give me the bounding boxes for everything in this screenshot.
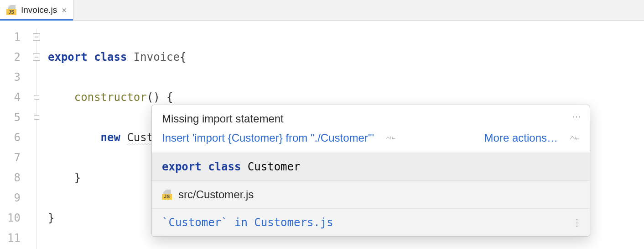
line-number: 3 xyxy=(0,67,25,87)
javascript-file-icon: JS xyxy=(162,190,172,200)
popup-action-row: Insert 'import {Customer} from "./Custom… xyxy=(162,132,580,144)
popup-file-path: src/Customer.js xyxy=(178,188,254,201)
insert-import-action[interactable]: Insert 'import {Customer} from "./Custom… xyxy=(162,132,374,144)
tab-filename: Invoice.js xyxy=(21,5,57,15)
more-actions-link[interactable]: More actions… xyxy=(484,132,558,144)
code-editor[interactable]: 1 2 3 4 5 6 7 8 9 10 11 export class Inv… xyxy=(0,21,644,249)
popup-title: Missing import statement xyxy=(162,112,580,125)
fold-end-icon xyxy=(34,115,39,120)
popup-code-preview: export class Customer xyxy=(152,153,590,180)
javascript-file-icon: JS xyxy=(6,5,16,15)
close-icon[interactable]: × xyxy=(62,6,67,14)
line-number: 2 xyxy=(0,47,25,67)
intention-popup: ⋮ Missing import statement Insert 'impor… xyxy=(151,105,590,237)
popup-preview-section: export class Customer xyxy=(152,153,590,180)
line-number: 11 xyxy=(0,228,25,248)
line-number: 4 xyxy=(0,87,25,107)
kebab-menu-icon[interactable]: ⋮ xyxy=(572,218,582,227)
code-line: export class Invoice{ xyxy=(48,47,644,67)
editor-tab-invoice[interactable]: JS Invoice.js × xyxy=(0,0,73,20)
line-number: 7 xyxy=(0,148,25,168)
editor-tabbar: JS Invoice.js × xyxy=(0,0,644,21)
popup-location-section: JS src/Customer.js `Customer` in Custome… xyxy=(152,180,590,236)
kebab-menu-icon[interactable]: ⋮ xyxy=(572,112,582,122)
fold-end-icon xyxy=(34,95,39,100)
line-number: 1 xyxy=(0,27,25,47)
fold-toggle-icon[interactable] xyxy=(33,33,40,41)
line-number-gutter: 1 2 3 4 5 6 7 8 9 10 11 xyxy=(0,21,25,249)
keyboard-shortcut xyxy=(570,133,580,143)
line-number: 10 xyxy=(0,208,25,228)
line-number: 5 xyxy=(0,107,25,127)
popup-doc-row[interactable]: `Customer` in Customers.js ⋮ xyxy=(152,208,590,236)
popup-file-row[interactable]: JS src/Customer.js xyxy=(152,181,590,208)
line-number: 6 xyxy=(0,127,25,148)
line-number: 8 xyxy=(0,168,25,188)
line-number: 9 xyxy=(0,188,25,208)
fold-gutter xyxy=(25,21,48,249)
popup-doc-link[interactable]: `Customer` in Customers.js xyxy=(162,216,333,229)
fold-toggle-icon[interactable] xyxy=(33,53,40,61)
keyboard-shortcut xyxy=(386,133,396,143)
popup-header: ⋮ Missing import statement Insert 'impor… xyxy=(152,105,590,153)
